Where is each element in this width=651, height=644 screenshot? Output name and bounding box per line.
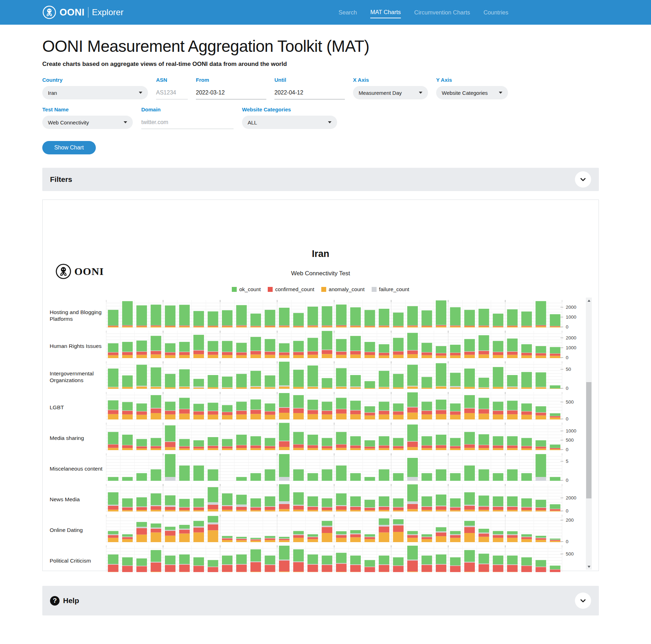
chart-title: Iran [43, 249, 599, 259]
category-label: Intergovernmental Organizations [50, 370, 103, 384]
category-label: LGBT [50, 404, 103, 411]
nav-item-search[interactable]: Search [339, 7, 357, 18]
brand-subname: Explorer [92, 7, 123, 17]
legend-swatch [268, 287, 273, 292]
chart-row-lgbt: LGBT5000 [43, 392, 599, 423]
ooni-octopus-logo [55, 263, 72, 280]
brand-name: OONI [60, 7, 85, 18]
top-navbar: OONI Explorer SearchMAT ChartsCircumvent… [0, 0, 651, 25]
help-panel-header[interactable]: ? Help [42, 586, 599, 615]
page-title: OONI Measurement Aggregation Toolkit (MA… [42, 37, 651, 56]
nav-item-circumvention-charts[interactable]: Circumvention Charts [414, 7, 470, 18]
legend-item-ok_count: ok_count [232, 286, 261, 292]
until-date-input[interactable]: 2022-04-12 [274, 86, 345, 99]
nav-menu: SearchMAT ChartsCircumvention ChartsCoun… [339, 7, 508, 18]
help-title: Help [63, 596, 79, 605]
category-bar-chart [106, 331, 562, 358]
country-select-value: Iran [48, 90, 57, 96]
filters-panel-header[interactable]: Filters [42, 168, 599, 191]
scroll-up-arrow[interactable] [586, 298, 592, 303]
filters-collapse-toggle[interactable] [575, 171, 591, 188]
brand-separator [88, 7, 88, 18]
category-label: Media sharing [50, 435, 103, 441]
category-bar-chart [106, 361, 562, 389]
domain-placeholder: twitter.com [141, 119, 168, 125]
chevron-down-icon [124, 121, 127, 123]
chart-row-human-rights-issues: Human Rights Issues200010000 [43, 331, 599, 361]
website-categories-select-value: ALL [248, 119, 257, 125]
x-axis-label: X Axis [353, 77, 428, 83]
category-bar-chart [106, 300, 562, 327]
chart-rows: Hosting and Blogging Platforms200010000H… [43, 300, 599, 572]
website-categories-select[interactable]: ALL [242, 116, 337, 129]
chart-row-news-media: News Media20000 [43, 484, 599, 515]
nav-item-mat-charts[interactable]: MAT Charts [370, 7, 401, 18]
chart-row-online-dating: Online Dating2000 [43, 515, 599, 545]
y-axis-tick: 2000 [560, 305, 576, 310]
chart-legend: ok_countconfirmed_countanomaly_countfail… [43, 286, 599, 292]
y-axis-select[interactable]: Website Categories [436, 86, 508, 99]
y-axis-tick: 0 [560, 386, 569, 391]
from-date-value: 2022-03-12 [196, 90, 225, 96]
y-axis-tick: 2000 [560, 335, 576, 341]
chevron-down-icon [139, 92, 142, 94]
legend-swatch [372, 287, 377, 292]
y-axis-tick: 0 [560, 478, 569, 483]
filters-title: Filters [50, 175, 72, 184]
until-label: Until [274, 77, 345, 83]
chevron-down-icon [499, 92, 502, 94]
legend-item-confirmed_count: confirmed_count [268, 286, 314, 292]
chart-row-media-sharing: Media sharing10005000 [43, 423, 599, 453]
nav-item-countries[interactable]: Countries [483, 7, 508, 18]
category-label: Miscelaneous content [50, 465, 103, 472]
ooni-octopus-logo [42, 5, 56, 19]
country-select[interactable]: Iran [42, 86, 148, 99]
domain-input[interactable]: twitter.com [141, 116, 234, 129]
show-chart-button[interactable]: Show Chart [42, 141, 96, 154]
legend-swatch [321, 287, 326, 292]
y-axis-tick: 0 [560, 324, 569, 330]
legend-item-failure_count: failure_count [372, 286, 409, 292]
y-axis-tick: 0 [560, 447, 569, 452]
ooni-wordmark: OONI [74, 265, 104, 277]
test-name-select[interactable]: Web Connectivity [42, 116, 133, 129]
y-axis-label: Y Axis [436, 77, 508, 83]
category-label: Political Criticism [50, 557, 103, 564]
y-axis-tick: 500 [560, 551, 574, 557]
category-bar-chart [106, 484, 562, 511]
chevron-down-icon [328, 121, 331, 123]
chart-row-hosting-and-blogging-platforms: Hosting and Blogging Platforms200010000 [43, 300, 599, 331]
y-axis-tick: 500 [560, 399, 574, 405]
from-date-input[interactable]: 2022-03-12 [196, 86, 266, 99]
category-bar-chart [106, 545, 562, 572]
chart-vertical-scrollbar[interactable] [586, 298, 592, 570]
chart-row-political-criticism: Political Criticism500 [43, 545, 599, 572]
y-axis-select-value: Website Categories [442, 90, 488, 96]
y-axis-tick: 50 [560, 367, 571, 372]
legend-item-anomaly_count: anomaly_count [321, 286, 365, 292]
test-name-label: Test Name [42, 106, 133, 112]
page-subtitle: Create charts based on aggregate views o… [42, 61, 651, 68]
y-axis-tick: 1000 [560, 345, 576, 350]
category-bar-chart [106, 392, 562, 419]
chart-row-miscelaneous-content: Miscelaneous content50 [43, 453, 599, 484]
asn-placeholder: AS1234 [156, 90, 176, 96]
mat-query-form: Country Iran ASN AS1234 From 2022-03-12 [42, 77, 508, 154]
y-axis-tick: 2000 [560, 495, 576, 501]
category-bar-chart [106, 515, 562, 542]
y-axis-tick: 200 [560, 517, 574, 523]
y-axis-tick: 0 [560, 508, 569, 514]
y-axis-tick: 0 [560, 539, 569, 544]
x-axis-select[interactable]: Measurement Day [353, 86, 428, 99]
help-collapse-toggle[interactable] [575, 593, 591, 609]
mat-chart-card: OONI Iran Web Connectivity Test ok_count… [42, 200, 599, 571]
country-label: Country [42, 77, 148, 83]
chevron-down-icon [579, 597, 587, 604]
chart-subtitle: Web Connectivity Test [43, 270, 599, 277]
scroll-down-arrow[interactable] [586, 564, 592, 570]
asn-input[interactable]: AS1234 [156, 86, 188, 99]
brand-link[interactable]: OONI Explorer [42, 5, 123, 19]
chart-row-intergovernmental-organizations: Intergovernmental Organizations500 [43, 361, 599, 392]
y-axis-tick: 0 [560, 355, 569, 360]
scrollbar-thumb[interactable] [586, 382, 591, 498]
